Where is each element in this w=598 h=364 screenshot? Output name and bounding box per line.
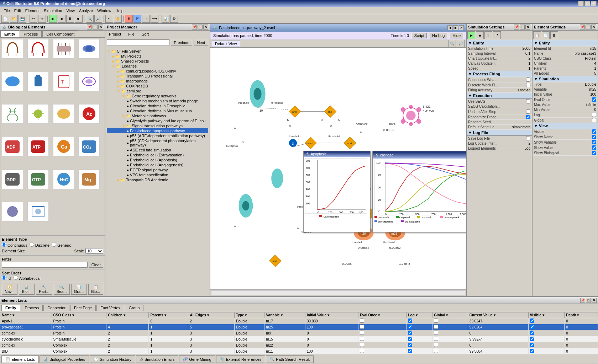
project-menu-file[interactable]: File <box>126 31 137 37</box>
sim-save-log-cb[interactable] <box>526 136 530 140</box>
menu-edit[interactable]: Edit <box>12 8 23 14</box>
elem-copy-btn[interactable]: 📋 <box>533 31 541 39</box>
sort-alpha[interactable]: Alphabetical <box>14 275 40 280</box>
sim-run-btn[interactable]: ▶ <box>467 31 475 39</box>
filter-input[interactable] <box>2 262 88 268</box>
tree-csml-org[interactable]: ▼ 📁 csml.org <box>107 89 208 93</box>
log-checkbox[interactable] <box>408 331 412 335</box>
bio-panel-float[interactable]: □ <box>93 25 98 30</box>
elem-show-val-cb[interactable] <box>592 145 596 150</box>
tree-egfr[interactable]: ● EGFR signal pathway <box>107 167 208 172</box>
pause-btn[interactable]: ⏸ <box>66 15 74 23</box>
elem-list-tab-process[interactable]: Process <box>21 305 43 311</box>
elem-list-tab-entity[interactable]: Entity <box>1 305 20 311</box>
sim-process-section[interactable]: ▼ Process Firing <box>467 71 532 77</box>
edge-btn[interactable]: ⟶ <box>151 15 158 23</box>
elem-settings-pin[interactable]: 📌 <box>580 25 585 30</box>
project-search-input[interactable] <box>107 39 169 46</box>
next-btn[interactable]: Next <box>194 40 208 46</box>
elem-type-continuous[interactable]: Continuous <box>2 242 27 247</box>
sea-btn[interactable]: 🔍 Sea... <box>54 284 70 295</box>
canvas-close[interactable]: ✕ <box>459 25 464 30</box>
eval-once-checkbox[interactable] <box>360 318 364 323</box>
menu-file[interactable]: File <box>1 8 12 14</box>
tree-ci-server[interactable]: ▼ 📁 CI File Server <box>107 49 208 54</box>
log-checkbox[interactable] <box>408 318 412 323</box>
sim-randomize-cb[interactable] <box>526 115 530 119</box>
bio-item-organelle[interactable] <box>53 104 74 124</box>
project-panel-close[interactable]: ✕ <box>203 25 208 30</box>
elem-settings-close[interactable]: ✕ <box>591 25 596 30</box>
global-checkbox[interactable] <box>434 349 438 353</box>
gra-btn[interactable]: 📊 Gra... <box>71 284 87 295</box>
elem-entity-section[interactable]: ▼ Entity <box>533 40 598 46</box>
tree-lambda[interactable]: ● Switching mechanism of lambda phage <box>107 98 208 103</box>
sim-execution-section[interactable]: ▼ Execution <box>467 93 532 99</box>
sim-log-section[interactable]: ▼ Log File <box>467 130 532 136</box>
bio-item-gdp[interactable]: GDP <box>2 170 23 189</box>
bio-item-adp[interactable]: ADP <box>2 137 23 156</box>
tree-macrophage[interactable]: ▶ 📁 macrophage <box>107 79 208 84</box>
visible-checkbox[interactable] <box>530 325 534 329</box>
bio-item-misc1[interactable] <box>2 202 23 221</box>
biol-btn[interactable]: 🔬 Biol... <box>19 284 35 295</box>
script-btn[interactable]: Script <box>412 33 427 38</box>
canvas-scrollbar[interactable] <box>210 289 466 296</box>
select-btn[interactable]: ↖ <box>105 15 113 23</box>
zoom-in-btn[interactable]: 🔍 <box>86 15 94 23</box>
elem-paste-btn[interactable]: 📄 <box>542 31 550 39</box>
previous-btn[interactable]: Previous <box>171 40 193 46</box>
visible-checkbox[interactable] <box>530 343 534 347</box>
tree-vpc[interactable]: ● VPC fate specification <box>107 172 208 177</box>
menu-window[interactable]: Window <box>95 8 113 14</box>
col-type[interactable]: Type ▾ <box>234 312 264 318</box>
elem-list-tab-fact-vertex[interactable]: Fact Vertex <box>96 305 124 311</box>
bio-item-h2o[interactable]: H₂O <box>53 170 74 189</box>
bio-item-misc2[interactable] <box>27 202 49 221</box>
bottom-panel-pin[interactable]: 📌 <box>580 298 585 303</box>
elem-list-tab-connector[interactable]: Connector <box>43 305 69 311</box>
nolog-btn[interactable]: No Log <box>430 33 447 38</box>
elem-visible-cb[interactable] <box>592 129 596 134</box>
visible-checkbox[interactable] <box>530 349 534 353</box>
global-checkbox[interactable] <box>434 325 438 329</box>
sort-id[interactable]: Id <box>2 275 11 280</box>
elem-show-bio-cb[interactable] <box>592 151 596 155</box>
tree-endo-angio[interactable]: ● Endothelial cell (Angiogenesis) <box>107 162 208 167</box>
bio-item-protein2[interactable] <box>2 72 23 91</box>
elem-log-cb[interactable] <box>592 113 596 117</box>
bio-item-ac[interactable]: Ac <box>78 104 100 124</box>
elem-list-tab-fact-edge[interactable]: Fact Edge <box>70 305 96 311</box>
tree-signal[interactable]: ▼ 📁 Signal transduction pathways <box>107 123 208 128</box>
tree-p53-cdk[interactable]: ● p53 (CDK-dependent phosphorylation pat… <box>107 138 208 148</box>
table-row[interactable]: complexComplex213Doublem22000 <box>0 342 598 348</box>
col-eval-once[interactable]: Eval Once ▾ <box>358 312 406 318</box>
tree-gene-networks[interactable]: ▼ 📁 Gene regulatory networks <box>107 93 208 98</box>
canvas-nav-right[interactable]: ▶ <box>453 25 458 30</box>
elem-settings-float[interactable]: □ <box>586 25 591 30</box>
elem-global-cb[interactable] <box>592 118 596 122</box>
tab-cell-component[interactable]: Cell Component <box>42 31 78 37</box>
caspase-chart-header[interactable]: 🔬 caspase ✕ <box>373 151 466 159</box>
btab-sim-errors[interactable]: ⚠ Simulation Errors <box>136 355 178 363</box>
tree-fas-pathway[interactable]: ● Fas-induced apoptosis pathway <box>107 128 208 133</box>
col-global[interactable]: Global ▾ <box>432 312 468 318</box>
col-visible[interactable]: Visible ▾ <box>528 312 564 318</box>
col-log[interactable]: Log ▾ <box>406 312 432 318</box>
global-checkbox[interactable] <box>434 331 438 335</box>
sim-settings-pin[interactable]: 📌 <box>514 25 519 30</box>
sim-entity-section[interactable]: ▼ Entity <box>467 40 532 46</box>
col-depth[interactable]: Depth ▾ <box>565 312 598 318</box>
hand-btn[interactable]: ✋ <box>114 15 122 23</box>
elem-list-tab-group[interactable]: Group <box>125 305 144 311</box>
process-btn[interactable]: P <box>133 15 141 23</box>
tab-entity[interactable]: Entity <box>0 31 19 37</box>
bio-item-virus[interactable] <box>27 104 49 124</box>
bio-item-atp[interactable]: ATP <box>27 137 49 156</box>
menu-analyze[interactable]: Analyze <box>77 8 95 14</box>
connector-btn[interactable]: → <box>142 15 150 23</box>
filter-clear-btn[interactable]: Clear <box>89 262 103 268</box>
global-checkbox[interactable] <box>434 318 438 323</box>
tab-process[interactable]: Process <box>20 31 42 37</box>
caspase-chart-window[interactable]: 🔬 caspase ✕ 100 75 <box>372 151 466 232</box>
